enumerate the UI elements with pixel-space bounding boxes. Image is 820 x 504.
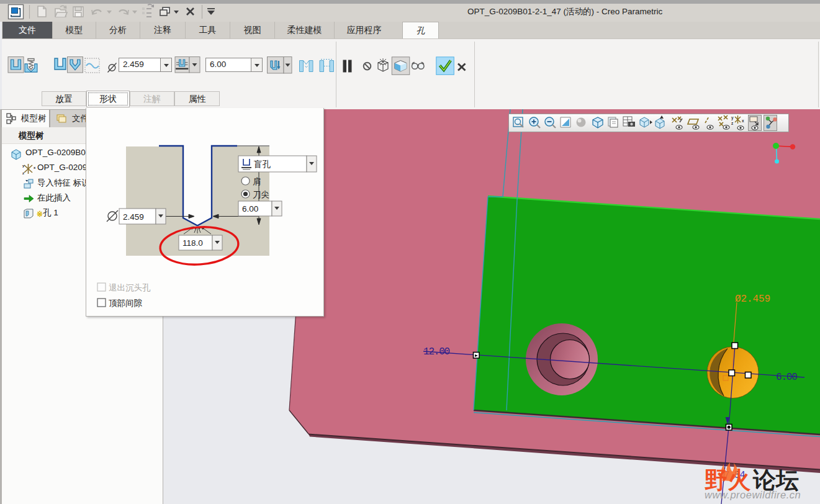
svg-text:www.proewildfire.cn: www.proewildfire.cn xyxy=(705,489,801,500)
svg-text:退出沉头孔: 退出沉头孔 xyxy=(109,283,151,292)
svg-text:118.0: 118.0 xyxy=(182,238,203,248)
svg-text:6.00: 6.00 xyxy=(776,372,797,383)
svg-text:x: x xyxy=(34,166,36,169)
svg-text:2.459: 2.459 xyxy=(123,212,144,222)
svg-text:※: ※ xyxy=(37,210,43,218)
svg-text:盲孔: 盲孔 xyxy=(254,160,271,169)
svg-text:Ø2.459: Ø2.459 xyxy=(735,294,770,305)
svg-text:x: x xyxy=(742,119,744,123)
svg-text:12.00: 12.00 xyxy=(423,346,450,358)
svg-text:y: y xyxy=(731,115,734,120)
svg-text:顶部间隙: 顶部间隙 xyxy=(109,299,143,308)
svg-text:6.00: 6.00 xyxy=(242,204,258,214)
svg-text:肩: 肩 xyxy=(253,177,261,186)
svg-text:z: z xyxy=(22,171,24,175)
svg-text:刀尖: 刀尖 xyxy=(253,190,269,199)
